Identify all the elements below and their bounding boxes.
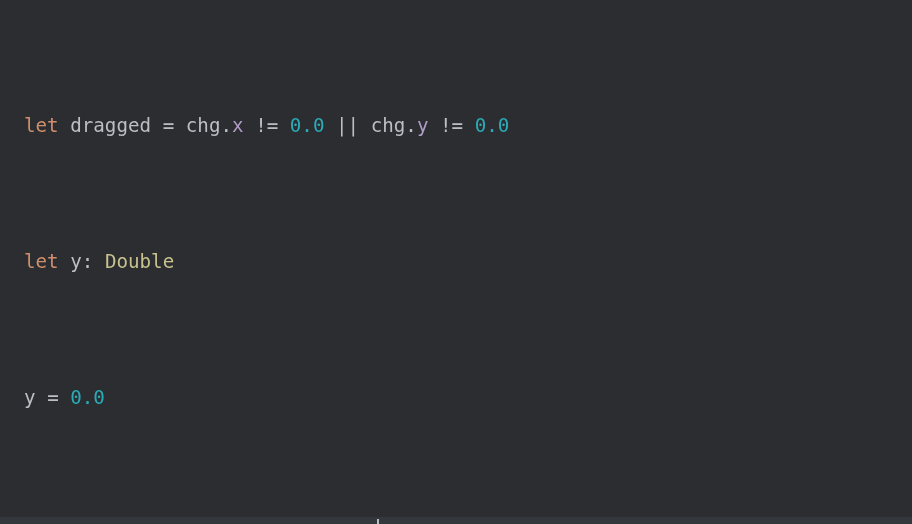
identifier-y: y (24, 386, 36, 409)
number-literal: 0.0 (475, 114, 510, 137)
keyword-let: let (24, 250, 59, 273)
code-editor[interactable]: let dragged = chg.x != 0.0 || chg.y != 0… (0, 0, 912, 524)
code-line-active: if !(_scroll == nil || !dragged || chg(p… (0, 517, 912, 524)
number-literal: 0.0 (290, 114, 325, 137)
operator-neq: != (440, 114, 463, 137)
text-cursor (377, 519, 379, 524)
code-line: let dragged = chg.x != 0.0 || chg.y != 0… (24, 109, 912, 143)
operator-or: || (336, 114, 359, 137)
identifier-y: y (70, 250, 82, 273)
identifier-chg: chg (371, 114, 406, 137)
identifier-chg: chg (186, 114, 221, 137)
keyword-let: let (24, 114, 59, 137)
member-x: x (232, 114, 244, 137)
operator-assign: = (47, 386, 59, 409)
code-line: y = 0.0 (24, 381, 912, 415)
member-y: y (417, 114, 429, 137)
type-double: Double (105, 250, 174, 273)
operator-assign: = (163, 114, 175, 137)
number-literal: 0.0 (70, 386, 105, 409)
operator-neq: != (255, 114, 278, 137)
code-line: let y: Double (24, 245, 912, 279)
identifier-dragged: dragged (70, 114, 151, 137)
